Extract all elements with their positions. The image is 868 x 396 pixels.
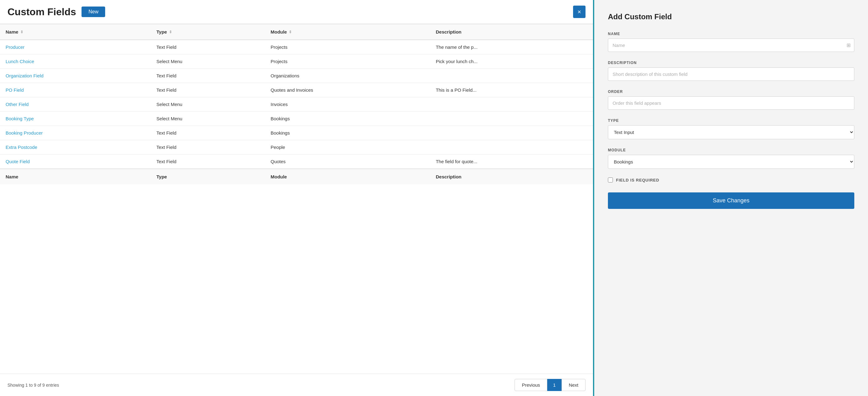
name-input-wrapper: ⊞ [608, 38, 854, 52]
sort-icon-type[interactable]: ⇕ [169, 30, 172, 34]
cell-name: Quote Field [0, 155, 151, 169]
type-section: TYPE Text InputSelect MenuCheckboxDateNu… [608, 119, 854, 139]
save-changes-button[interactable]: Save Changes [608, 192, 854, 209]
cell-name: Producer [0, 40, 151, 55]
page-title: Custom Fields [7, 6, 76, 18]
row-name-link[interactable]: Producer [6, 44, 25, 50]
cell-name: Other Field [0, 97, 151, 111]
order-section: ORDER [608, 90, 854, 110]
col-description: Description [430, 24, 593, 40]
description-label: DESCRIPTION [608, 61, 854, 65]
table-row: Booking ProducerText FieldBookings [0, 126, 593, 140]
type-select[interactable]: Text InputSelect MenuCheckboxDateNumber [608, 125, 854, 139]
cell-type: Text Field [151, 140, 265, 155]
close-button[interactable]: × [573, 6, 586, 18]
required-row: FIELD IS REQUIRED [608, 177, 854, 183]
cell-type: Text Field [151, 69, 265, 83]
next-page-button[interactable]: Next [562, 379, 586, 391]
row-name-link[interactable]: Booking Producer [6, 130, 42, 135]
pagination-buttons: Previous 1 Next [515, 379, 586, 391]
col-name: Name ⇕ [0, 24, 151, 40]
footer-col-name: Name [0, 169, 151, 184]
right-panel: Add Custom Field NAME ⊞ DESCRIPTION ORDE… [594, 0, 868, 396]
table-row: Quote FieldText FieldQuotesThe field for… [0, 155, 593, 169]
footer-col-module: Module [265, 169, 430, 184]
module-label: MODULE [608, 148, 854, 152]
required-label: FIELD IS REQUIRED [616, 178, 659, 183]
cell-name: Lunch Choice [0, 55, 151, 69]
row-name-link[interactable]: Other Field [6, 102, 29, 107]
cell-type: Select Menu [151, 97, 265, 111]
col-module: Module ⇕ [265, 24, 430, 40]
table-row: PO FieldText FieldQuotes and InvoicesThi… [0, 83, 593, 97]
row-name-link[interactable]: PO Field [6, 87, 24, 93]
table-row: Lunch ChoiceSelect MenuProjectsPick your… [0, 55, 593, 69]
cell-module: Quotes and Invoices [265, 83, 430, 97]
custom-fields-table: Name ⇕ Type ⇕ Module [0, 24, 593, 184]
cell-type: Select Menu [151, 55, 265, 69]
row-name-link[interactable]: Organization Field [6, 73, 43, 78]
cell-type: Text Field [151, 83, 265, 97]
header-left: Custom Fields New [7, 6, 105, 18]
cell-description [430, 97, 593, 111]
row-name-link[interactable]: Lunch Choice [6, 59, 34, 64]
order-input[interactable] [608, 96, 854, 110]
cell-module: People [265, 140, 430, 155]
pagination-info: Showing 1 to 9 of 9 entries [7, 383, 59, 388]
page-header: Custom Fields New × [0, 0, 593, 24]
new-button[interactable]: New [82, 6, 105, 17]
cell-module: Bookings [265, 111, 430, 126]
row-name-link[interactable]: Quote Field [6, 159, 30, 164]
left-panel: Custom Fields New × Name ⇕ [0, 0, 594, 396]
cell-module: Invoices [265, 97, 430, 111]
name-section: NAME ⊞ [608, 32, 854, 52]
name-label: NAME [608, 32, 854, 36]
required-checkbox[interactable] [608, 177, 613, 183]
cell-type: Select Menu [151, 111, 265, 126]
previous-page-button[interactable]: Previous [515, 379, 547, 391]
row-name-link[interactable]: Booking Type [6, 116, 34, 121]
module-select[interactable]: BookingsProjectsOrganizationsQuotes and … [608, 155, 854, 169]
cell-module: Bookings [265, 126, 430, 140]
description-input[interactable] [608, 67, 854, 81]
sort-icon-module[interactable]: ⇕ [289, 30, 292, 34]
cell-name: PO Field [0, 83, 151, 97]
cell-description [430, 126, 593, 140]
table-row: Other FieldSelect MenuInvoices [0, 97, 593, 111]
cell-name: Extra Postcode [0, 140, 151, 155]
table-row: Booking TypeSelect MenuBookings [0, 111, 593, 126]
cell-description [430, 69, 593, 83]
module-section: MODULE BookingsProjectsOrganizationsQuot… [608, 148, 854, 169]
current-page-button[interactable]: 1 [547, 379, 562, 391]
description-section: DESCRIPTION [608, 61, 854, 81]
cell-module: Projects [265, 40, 430, 55]
pagination-area: Showing 1 to 9 of 9 entries Previous 1 N… [0, 374, 593, 396]
footer-col-type: Type [151, 169, 265, 184]
cell-type: Text Field [151, 155, 265, 169]
cell-name: Organization Field [0, 69, 151, 83]
cell-module: Quotes [265, 155, 430, 169]
cell-description: Pick your lunch ch... [430, 55, 593, 69]
sort-icon-name[interactable]: ⇕ [20, 30, 23, 34]
cell-module: Projects [265, 55, 430, 69]
cell-type: Text Field [151, 40, 265, 55]
panel-title: Add Custom Field [608, 12, 854, 21]
row-name-link[interactable]: Extra Postcode [6, 144, 37, 150]
cell-description: The field for quote... [430, 155, 593, 169]
cell-description: The name of the p... [430, 40, 593, 55]
name-input[interactable] [608, 38, 854, 52]
cell-description [430, 140, 593, 155]
footer-col-description: Description [430, 169, 593, 184]
type-label: TYPE [608, 119, 854, 123]
cell-description: This is a PO Field... [430, 83, 593, 97]
cell-description [430, 111, 593, 126]
order-label: ORDER [608, 90, 854, 94]
cell-name: Booking Type [0, 111, 151, 126]
cell-type: Text Field [151, 126, 265, 140]
table-row: Organization FieldText FieldOrganization… [0, 69, 593, 83]
cell-name: Booking Producer [0, 126, 151, 140]
cell-module: Organizations [265, 69, 430, 83]
table-row: Extra PostcodeText FieldPeople [0, 140, 593, 155]
table-row: ProducerText FieldProjectsThe name of th… [0, 40, 593, 55]
table-container: Name ⇕ Type ⇕ Module [0, 24, 593, 374]
